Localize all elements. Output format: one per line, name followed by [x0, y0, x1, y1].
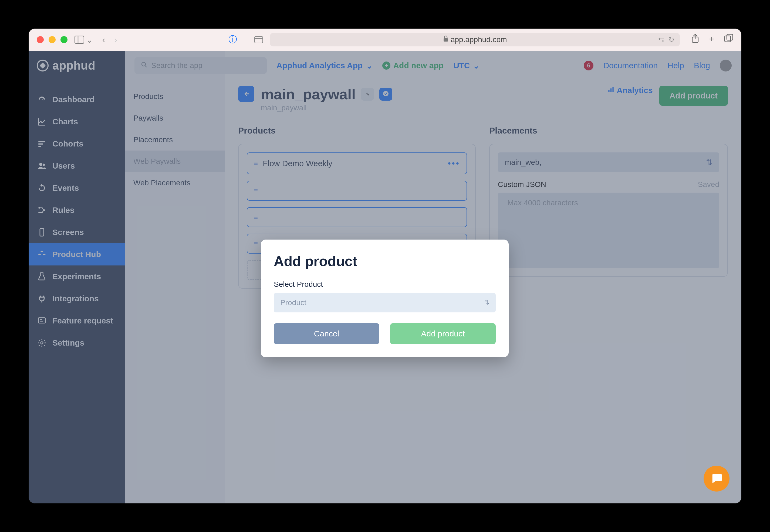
- privacy-icon[interactable]: [252, 35, 265, 44]
- add-product-modal: Add product Select Product Product ⇅ Can…: [261, 240, 509, 357]
- svg-rect-2: [255, 36, 263, 43]
- share-icon[interactable]: [691, 34, 699, 46]
- sidebar-toggle-icon[interactable]: ⌄: [72, 33, 95, 46]
- chat-fab[interactable]: [704, 466, 730, 492]
- window-close-icon[interactable]: [37, 36, 44, 43]
- modal-product-select[interactable]: Product ⇅: [274, 293, 496, 312]
- modal-select-label: Select Product: [274, 280, 496, 289]
- traffic-lights: [37, 36, 67, 43]
- lock-icon: [443, 36, 448, 44]
- browser-chrome: ⌄ ‹ › ⓘ app.apphud.com ⇆ ↻ +: [29, 29, 741, 51]
- chevron-up-down-icon: ⇅: [484, 299, 489, 306]
- cancel-button[interactable]: Cancel: [274, 323, 379, 344]
- new-tab-icon[interactable]: +: [709, 34, 714, 46]
- svg-rect-8: [727, 34, 733, 40]
- info-icon[interactable]: ⓘ: [226, 33, 239, 47]
- svg-rect-0: [75, 36, 84, 43]
- svg-rect-7: [725, 36, 731, 42]
- submit-add-product-button[interactable]: Add product: [390, 323, 496, 344]
- url-bar[interactable]: app.apphud.com ⇆ ↻: [270, 33, 680, 46]
- translate-icon[interactable]: ⇆: [658, 36, 664, 44]
- window-minimize-icon[interactable]: [49, 36, 56, 43]
- svg-rect-4: [444, 38, 448, 42]
- chat-icon: [710, 472, 723, 485]
- nav-forward-button[interactable]: ›: [112, 34, 120, 46]
- nav-back-button[interactable]: ‹: [100, 34, 107, 46]
- window-zoom-icon[interactable]: [60, 36, 67, 43]
- app-body: apphud Dashboard Charts Cohorts Users Ev…: [29, 51, 741, 503]
- browser-window: ⌄ ‹ › ⓘ app.apphud.com ⇆ ↻ +: [29, 29, 741, 503]
- reload-icon[interactable]: ↻: [669, 36, 675, 44]
- tabs-icon[interactable]: [724, 34, 733, 46]
- modal-title: Add product: [274, 253, 496, 269]
- url-text: app.apphud.com: [451, 35, 507, 44]
